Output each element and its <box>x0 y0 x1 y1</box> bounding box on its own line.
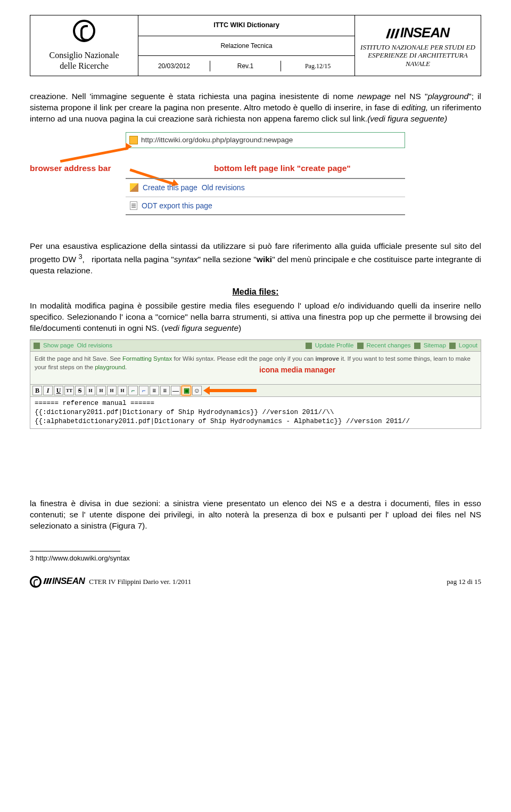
editor-line: {{:dictionary2011.pdf|Dictionary of Ship… <box>35 408 476 417</box>
paragraph-3: In modalità modifica pagina è possibile … <box>30 301 481 334</box>
tb-link-ext[interactable]: ⌐ <box>139 386 149 395</box>
link-update-profile[interactable]: Update Profile <box>315 342 354 350</box>
paragraph-2: Per una esaustiva esplicazione della sin… <box>30 241 481 277</box>
paragraph-4: la finestra è divisa in due sezioni: a s… <box>30 498 481 532</box>
footer-text: CTER IV Filippini Dario ver. 1/2011 <box>89 577 191 587</box>
label-create-page: bottom left page link "create page" <box>214 163 351 174</box>
label-browser-address: browser address bar <box>30 163 111 174</box>
link-logout[interactable]: Logout <box>459 342 477 350</box>
footnote-separator <box>30 551 120 551</box>
annotation-arrowhead <box>203 386 210 395</box>
wiki-topbar: Show page Old revisions Update Profile R… <box>30 339 481 352</box>
tb-underline[interactable]: U <box>54 386 63 395</box>
tb-italic[interactable]: I <box>43 386 53 395</box>
recent-icon <box>357 343 364 349</box>
insean-desc: ISTITUTO NAZIONALE PER STUDI ED ESPERIEN… <box>357 42 479 68</box>
header-date: 20/03/2012 <box>138 61 210 71</box>
figure-create-page: http://ittcwiki.org/doku.php/playground:… <box>30 132 481 228</box>
cnr-name: Consiglio Nazionale delle Ricerche <box>32 48 136 75</box>
address-bar[interactable]: http://ittcwiki.org/doku.php/playground:… <box>126 132 405 148</box>
label-icona-media-manager: icona media manager <box>259 365 335 375</box>
doc-title: ITTC WIKI Dictionary <box>138 15 355 36</box>
tb-list-ul[interactable]: ≡ <box>160 386 170 395</box>
footer-pagenum: pag 12 di 15 <box>447 577 481 587</box>
address-url: http://ittcwiki.org/doku.php/playground:… <box>141 135 293 145</box>
pencil-icon <box>130 183 138 192</box>
tb-h3[interactable]: H <box>107 386 117 395</box>
logout-icon <box>449 343 456 349</box>
tb-strike[interactable]: S <box>75 386 85 395</box>
link-odt-export[interactable]: ODT export this page <box>142 201 212 211</box>
wiki-editor[interactable]: ====== reference manual ====== {{:dictio… <box>30 397 481 429</box>
figure-media-manager: Show page Old revisions Update Profile R… <box>30 339 481 429</box>
link-old-revisions[interactable]: Old revisions <box>202 183 245 193</box>
wiki-toolbar: B I U TT S H H H H ⌐ ⌐ ≡ ≡ — ▣ ☺ <box>30 384 481 397</box>
link-sitemap[interactable]: Sitemap <box>424 342 446 350</box>
header-rev: Rev.1 <box>210 61 281 71</box>
relazione-label: Relazione Tecnica <box>138 36 355 56</box>
link-formatting-syntax[interactable]: Formatting Syntax <box>122 355 172 362</box>
link-playground[interactable]: playground <box>95 364 125 370</box>
header-pag: Pag.12/15 <box>281 61 355 71</box>
link-recent-changes[interactable]: Recent changes <box>367 342 411 350</box>
insean-logo-footer: INSEAN <box>44 575 85 588</box>
tb-hr[interactable]: — <box>171 386 180 395</box>
cnr-logo-footer-icon <box>30 576 42 588</box>
tb-mono[interactable]: TT <box>64 386 74 395</box>
tb-h2[interactable]: H <box>96 386 106 395</box>
profile-icon <box>306 343 312 349</box>
tb-list-ol[interactable]: ≡ <box>150 386 159 395</box>
annotation-arrow <box>209 389 257 392</box>
page-footer: INSEAN CTER IV Filippini Dario ver. 1/20… <box>30 575 481 588</box>
tb-h1[interactable]: H <box>86 386 95 395</box>
tb-h4[interactable]: H <box>118 386 127 395</box>
edit-instructions: Edit the page and hit Save. See Formatti… <box>30 352 481 375</box>
footnote-3: 3 http://www.dokuwiki.org/syntax <box>30 554 481 563</box>
link-show-page[interactable]: Show page <box>43 342 74 350</box>
page-icon <box>34 343 40 349</box>
link-old-revisions-top[interactable]: Old revisions <box>77 342 112 350</box>
odt-file-icon <box>130 201 137 210</box>
cnr-logo-icon <box>73 20 95 42</box>
tb-link-int[interactable]: ⌐ <box>128 386 138 395</box>
editor-line: ====== reference manual ====== <box>35 399 476 408</box>
insean-logo: INSEAN <box>357 23 479 42</box>
tb-bold[interactable]: B <box>32 386 42 395</box>
link-create-page[interactable]: Create this page <box>143 183 197 193</box>
paragraph-1: creazione. Nell 'immagine seguente è sta… <box>30 91 481 125</box>
sitemap-icon <box>414 343 421 349</box>
editor-line: {{:alphabetdictionary2011.pdf|Dictionary… <box>35 417 476 426</box>
tb-smiley[interactable]: ☺ <box>192 386 202 395</box>
tb-media-manager[interactable]: ▣ <box>182 386 191 395</box>
doc-header: Consiglio Nazionale delle Ricerche ITTC … <box>30 15 481 76</box>
heading-media-files: Media files: <box>30 286 481 298</box>
